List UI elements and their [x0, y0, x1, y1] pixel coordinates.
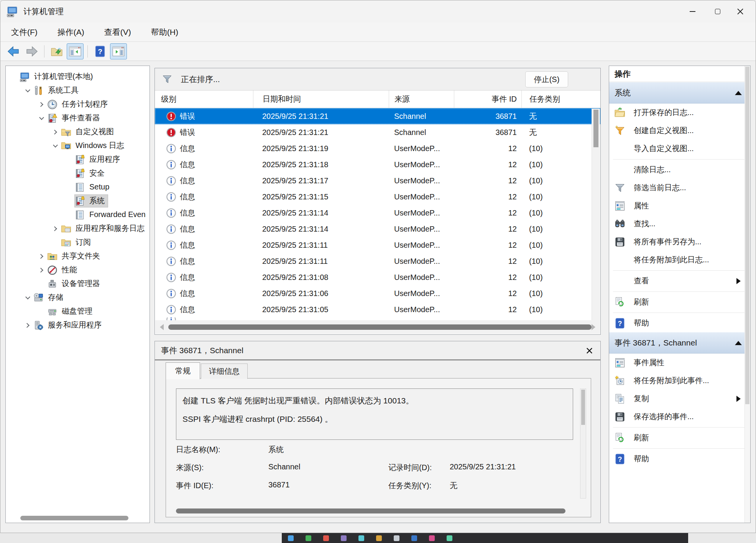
scrollbar-thumb[interactable]	[581, 390, 585, 425]
action-pane-toggle-button[interactable]	[110, 43, 127, 59]
menu-help[interactable]: 帮助(H)	[143, 27, 186, 38]
menu-action[interactable]: 操作(A)	[50, 27, 92, 38]
tree-item[interactable]: 任务计划程序	[6, 97, 150, 111]
event-row[interactable]: 信息2025/9/25 21:31:14UserModeP...12(10)	[155, 221, 600, 237]
tree-item[interactable]: 共享文件夹	[6, 249, 150, 263]
tree-item[interactable]: 应用程序	[6, 153, 150, 166]
scrollbar-thumb[interactable]	[20, 516, 128, 520]
action-item[interactable]: 导入自定义视图...	[609, 140, 744, 158]
list-vertical-scrollbar[interactable]	[592, 109, 600, 320]
column-header-datetime[interactable]: 日期和时间	[253, 90, 389, 108]
tree-item[interactable]: 安全	[6, 166, 150, 180]
event-row[interactable]: 信息2025/9/25 21:31:15UserModeP...12(10)	[155, 189, 600, 205]
tree-item[interactable]: 应用程序和服务日志	[6, 222, 150, 235]
expander-chevron-icon[interactable]	[22, 318, 33, 332]
action-item[interactable]: 清除日志...	[609, 161, 744, 179]
minimize-button[interactable]	[680, 0, 705, 23]
action-item[interactable]: 将任务附加到此事件...	[609, 372, 744, 390]
event-row[interactable]: 信息2025/9/25 21:31:11UserModeP...12(10)	[155, 237, 600, 253]
event-message-box[interactable]: 创建 TLS 客户端 凭据时出现严重错误。内部错误状态为 10013。 SSPI…	[176, 388, 573, 440]
action-item[interactable]: 刷新	[609, 429, 744, 447]
event-row[interactable]: 信息2025/9/25 21:31:05UserModeP...12(10)	[155, 301, 600, 318]
taskbar-icon[interactable]	[358, 535, 364, 541]
event-row[interactable]: 信息2025/9/25 21:31:19UserModeP...12(10)	[155, 140, 600, 156]
expander-chevron-icon[interactable]	[49, 139, 61, 153]
expander-chevron-icon[interactable]	[36, 263, 47, 277]
taskbar-icon[interactable]	[323, 535, 329, 541]
action-section-header[interactable]: 事件 36871，Schannel	[609, 332, 750, 354]
tree-item[interactable]: Windows 日志	[6, 139, 150, 153]
event-row[interactable]: 错误2025/9/25 21:31:21Schannel36871无	[155, 108, 600, 124]
expander-chevron-icon[interactable]	[49, 125, 61, 139]
scroll-left-arrow-icon[interactable]	[160, 324, 164, 330]
taskbar-icon[interactable]	[411, 535, 417, 541]
action-item[interactable]: 复制	[609, 390, 744, 408]
action-item[interactable]: 刷新	[609, 293, 744, 311]
event-row[interactable]: 信息2025/9/25 21:31:11UserModeP...12(10)	[155, 253, 600, 269]
column-header-source[interactable]: 来源	[389, 90, 454, 108]
action-item[interactable]: 保存选择的事件...	[609, 408, 744, 426]
forward-button[interactable]	[23, 43, 40, 59]
action-item[interactable]: 查找...	[609, 215, 744, 233]
close-button[interactable]	[730, 0, 756, 23]
event-row[interactable]: 信息2025/9/25 21:31:06UserModeP...12(10)	[155, 285, 600, 301]
action-item[interactable]: 事件属性	[609, 354, 744, 372]
detail-close-button[interactable]	[584, 346, 594, 355]
expander-chevron-icon[interactable]	[36, 97, 47, 111]
tree-item[interactable]: 设备管理器	[6, 277, 150, 291]
expander-chevron-icon[interactable]	[49, 222, 61, 235]
tree-item[interactable]: 系统工具	[6, 84, 150, 97]
tree-item[interactable]: 事件查看器	[6, 111, 150, 125]
help-button[interactable]: ?	[92, 43, 108, 59]
action-item[interactable]: ?帮助	[609, 314, 744, 332]
column-header-level[interactable]: 级别	[155, 90, 253, 108]
action-item[interactable]: 将所有事件另存为...	[609, 233, 744, 251]
action-section-header[interactable]: 系统	[609, 82, 750, 104]
export-button[interactable]	[48, 43, 65, 59]
action-item[interactable]: 筛选当前日志...	[609, 179, 744, 197]
detail-horizontal-scrollbar[interactable]	[176, 508, 565, 513]
expander-chevron-icon[interactable]	[22, 291, 33, 304]
event-row[interactable]: 信息2025/9/25 21:31:17UserModeP...12(10)	[155, 173, 600, 189]
console-tree-toggle-button[interactable]	[67, 43, 84, 59]
tree-item[interactable]: 服务和应用程序	[6, 318, 150, 332]
action-item[interactable]: 查看	[609, 272, 744, 290]
expander-chevron-icon[interactable]	[22, 84, 33, 97]
tree-item[interactable]: 系统	[6, 194, 150, 208]
event-row[interactable]: 信息2025/9/25 21:31:14UserModeP...12(10)	[155, 205, 600, 221]
taskbar-icon[interactable]	[429, 535, 435, 541]
tree-horizontal-scrollbar[interactable]	[7, 516, 149, 520]
action-item[interactable]: 打开保存的日志...	[609, 104, 744, 122]
detail-vertical-scrollbar[interactable]	[580, 388, 586, 499]
column-header-event-id[interactable]: 事件 ID	[454, 90, 521, 108]
stop-button[interactable]: 停止(S)	[525, 71, 568, 87]
taskbar-icon[interactable]	[306, 535, 311, 541]
scroll-right-arrow-icon[interactable]	[592, 324, 595, 330]
scrollbar-thumb[interactable]	[593, 110, 598, 147]
taskbar-icon[interactable]	[447, 535, 452, 541]
tree-item[interactable]: 磁盘管理	[6, 304, 150, 318]
event-row[interactable]: 信息2025/9/25 21:31:18UserModeP...12(10)	[155, 156, 600, 173]
list-horizontal-scrollbar[interactable]	[155, 320, 600, 334]
back-button[interactable]	[5, 43, 22, 59]
tab-details[interactable]: 详细信息	[201, 364, 248, 379]
event-row[interactable]: 错误2025/9/25 21:31:21Schannel36871无	[155, 124, 600, 140]
taskbar-icon[interactable]	[394, 535, 399, 541]
tree-item[interactable]: Setup	[6, 180, 150, 194]
menu-view[interactable]: 查看(V)	[97, 27, 139, 38]
action-item[interactable]: ?帮助	[609, 450, 744, 468]
tree-item[interactable]: 存储	[6, 291, 150, 304]
tree-item[interactable]: 计算机管理(本地)	[6, 70, 150, 84]
taskbar-icon[interactable]	[376, 535, 382, 541]
scrollbar-thumb[interactable]	[745, 67, 749, 404]
maximize-button[interactable]	[705, 0, 730, 23]
tree-item[interactable]: Forwarded Even	[6, 208, 150, 222]
action-item[interactable]: 属性	[609, 197, 744, 215]
tree-item[interactable]: 订阅	[6, 235, 150, 249]
expander-chevron-icon[interactable]	[36, 249, 47, 263]
scrollbar-thumb[interactable]	[168, 324, 592, 330]
menu-file[interactable]: 文件(F)	[3, 27, 45, 38]
actions-vertical-scrollbar[interactable]	[744, 66, 750, 523]
event-row[interactable]: 信息2025/9/25 21:31:08UserModeP...12(10)	[155, 269, 600, 285]
column-header-category[interactable]: 任务类别	[521, 90, 579, 108]
